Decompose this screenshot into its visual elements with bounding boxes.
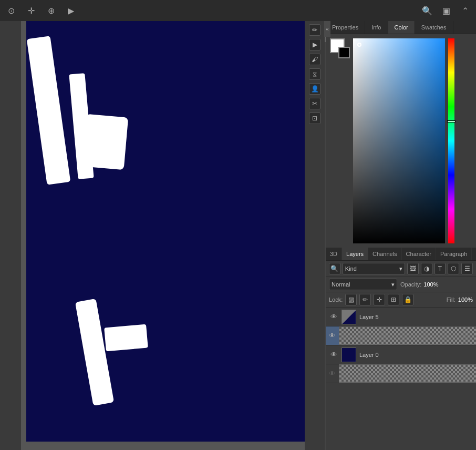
search-icon[interactable]: 🔍 (421, 5, 433, 16)
color-section (326, 34, 476, 248)
adjustments-icon[interactable]: ⧖ (309, 68, 320, 80)
layers-tab-bar: 3D Layers Channels Character Paragraph (326, 248, 476, 261)
video-icon[interactable]: ▶ (65, 5, 77, 16)
play-icon[interactable]: ▶ (309, 39, 320, 50)
lock-position-icon[interactable]: ✛ (374, 294, 385, 305)
layers-list: 👁 Layer 5 👁 Layer 3 👁 Layer 0 👁 Layer (326, 308, 476, 450)
tab-layers[interactable]: Layers (342, 248, 368, 260)
layers-section: 3D Layers Channels Character Paragraph 🔍… (326, 248, 476, 450)
visibility-icon-layer1[interactable]: 👁 (329, 369, 336, 379)
canvas-area (21, 21, 326, 450)
layer-row[interactable]: 👁 Layer 5 (326, 308, 476, 326)
tab-swatches[interactable]: Swatches (415, 21, 453, 34)
filter-adjust-icon[interactable]: ◑ (421, 263, 432, 274)
opacity-row: Opacity: 100% (400, 281, 439, 288)
tab-paragraph[interactable]: Paragraph (436, 248, 472, 260)
tab-channels[interactable]: Channels (368, 248, 401, 260)
fg-bg-swatches[interactable] (330, 38, 350, 58)
layers-kind-toolbar: 🔍 Kind ▾ 🖼 ◑ T ⬡ ☰ (326, 261, 476, 277)
workspace-icon[interactable]: ▣ (440, 5, 452, 16)
move-icon[interactable]: ✛ (25, 5, 37, 16)
visibility-icon-layer5[interactable]: 👁 (329, 312, 338, 322)
paint-icon[interactable]: 🖌 (309, 54, 320, 65)
background-swatch[interactable] (338, 47, 350, 58)
lock-artboard-icon[interactable]: ⊞ (388, 294, 399, 305)
layer-row[interactable]: 👁 Layer 0 (326, 345, 476, 364)
canvas-shape-1 (27, 36, 71, 185)
visibility-icon-layer0[interactable]: 👁 (329, 350, 338, 360)
tab-color[interactable]: Color (388, 21, 415, 34)
collapse-button[interactable]: « (324, 21, 330, 37)
color-tab-bar: Properties Info Color Swatches (326, 21, 476, 34)
expand-icon[interactable]: ⌃ (459, 5, 471, 16)
search-layers-icon[interactable]: 🔍 (329, 263, 340, 274)
blend-mode-arrow: ▾ (391, 281, 395, 288)
blend-mode-label: Normal (332, 281, 350, 288)
lock-all-icon[interactable]: 🔒 (402, 294, 413, 305)
color-picker-area (330, 38, 472, 243)
lock-transparent-icon[interactable]: ▨ (345, 294, 357, 305)
tab-3d[interactable]: 3D (326, 248, 342, 260)
fill-value[interactable]: 100% (458, 296, 473, 303)
history-icon[interactable]: ⊙ (5, 5, 17, 16)
filter-image-icon[interactable]: 🖼 (407, 263, 419, 274)
visibility-icon-layer3[interactable]: 👁 (329, 331, 336, 341)
kind-filter-arrow: ▾ (399, 265, 402, 272)
tab-info[interactable]: Info (365, 21, 388, 34)
fill-label: Fill: (447, 296, 456, 303)
layer-row[interactable]: 👁 Layer 1 (326, 364, 476, 383)
blend-mode-select[interactable]: Normal ▾ (329, 279, 397, 290)
blend-opacity-row: Normal ▾ Opacity: 100% (326, 277, 476, 292)
sat-bright-dark-overlay (353, 38, 445, 243)
hue-cursor (447, 120, 456, 122)
canvas-content (26, 21, 320, 442)
tab-character[interactable]: Character (402, 248, 436, 260)
narrow-icon-panel: ✏ ▶ 🖌 ⧖ 👤 ✂ ⊡ (305, 21, 325, 450)
layer-thumbnail-layer3 (339, 326, 476, 345)
lock-label: Lock: (329, 296, 343, 303)
tab-properties[interactable]: Properties (326, 21, 365, 34)
opacity-value[interactable]: 100% (423, 281, 438, 288)
layer-thumbnail-layer1 (339, 364, 476, 383)
canvas-shape-2 (82, 114, 128, 170)
right-panel: Properties Info Color Swatches (326, 21, 476, 450)
scissors-icon[interactable]: ✂ (309, 98, 320, 109)
person-icon[interactable]: 👤 (309, 83, 320, 95)
canvas-shape-5 (104, 324, 148, 352)
left-tool-panel (0, 21, 21, 450)
layer-row[interactable]: 👁 Layer 3 (326, 326, 476, 345)
artboard-icon[interactable]: ⊕ (45, 5, 57, 16)
layers-icon[interactable]: ⊡ (309, 112, 320, 124)
top-toolbar: ⊙ ✛ ⊕ ▶ 🔍 ▣ ⌃ (0, 0, 476, 21)
lock-fill-row: Lock: ▨ ✏ ✛ ⊞ 🔒 Fill: 100% (326, 292, 476, 308)
brush-tool-icon[interactable]: ✏ (309, 24, 320, 36)
canvas-shape-4 (75, 299, 114, 406)
layer-thumbnail-layer5 (342, 310, 356, 324)
filter-smart-icon[interactable]: ☰ (461, 263, 473, 274)
kind-filter-label: Kind (345, 265, 357, 272)
hue-bar[interactable] (448, 38, 454, 243)
lock-image-icon[interactable]: ✏ (359, 294, 371, 305)
layer-name-layer5: Layer 5 (359, 314, 473, 320)
filter-shape-icon[interactable]: ⬡ (448, 263, 459, 274)
layer-name-layer0: Layer 0 (359, 352, 473, 358)
layer-thumbnail-layer0 (342, 347, 356, 362)
saturation-brightness-picker[interactable] (353, 38, 445, 243)
filter-text-icon[interactable]: T (434, 263, 446, 274)
picker-cursor (357, 43, 361, 47)
kind-filter-select[interactable]: Kind ▾ (343, 263, 405, 274)
opacity-label: Opacity: (400, 281, 421, 288)
toolbar-right: 🔍 ▣ ⌃ (421, 5, 471, 16)
